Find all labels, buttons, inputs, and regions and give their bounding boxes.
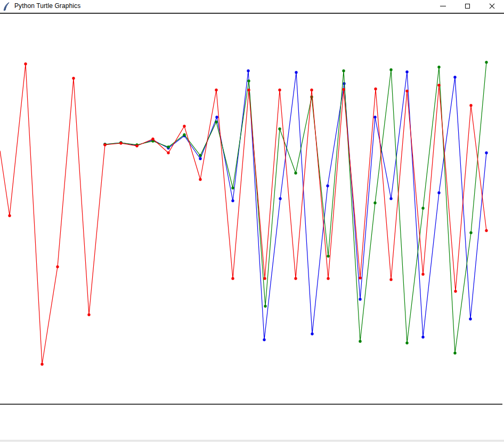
green-series-point (183, 133, 185, 136)
red-series-point (421, 273, 424, 275)
red-series-point (294, 277, 297, 280)
red-series-point (151, 137, 154, 140)
red-series-point (40, 363, 43, 365)
green-series-point (453, 351, 456, 354)
line-chart (0, 14, 504, 442)
blue-series-point (453, 76, 456, 78)
blue-series-point (247, 69, 249, 72)
red-series-point (87, 313, 90, 316)
green-series-point (373, 201, 376, 204)
blue-series-point (326, 184, 329, 187)
green-series-point (199, 154, 201, 157)
close-button[interactable] (479, 0, 504, 12)
blue-series-point (295, 71, 297, 73)
red-series-point (167, 151, 169, 154)
blue-series-point (263, 338, 265, 341)
red-series-point (103, 143, 106, 146)
blue-series-point (311, 332, 313, 335)
window-title: Python Turtle Graphics (14, 2, 80, 10)
red-series-point (469, 104, 472, 107)
green-series-point (215, 120, 217, 123)
red-series-point (278, 88, 281, 91)
green-series-point (247, 79, 250, 82)
green-series-point (405, 341, 408, 344)
blue-series-point (405, 70, 408, 73)
blue-series-point (389, 197, 392, 200)
red-series-point (454, 290, 457, 292)
red-series-point (405, 89, 408, 92)
minimize-button[interactable] (430, 0, 455, 12)
red-series-point (374, 87, 377, 90)
red-series-point (247, 88, 250, 91)
red-series-point (135, 144, 138, 147)
close-icon (489, 3, 495, 9)
red-series-point (359, 276, 361, 279)
red-series-point (327, 277, 329, 280)
window-bottom-edge (0, 440, 504, 442)
red-series-point (310, 88, 313, 91)
red-series-point (119, 142, 122, 144)
red-series-point (485, 229, 487, 232)
blue-series-point (485, 151, 487, 154)
red-series-point (8, 214, 11, 217)
red-series-point (199, 178, 201, 181)
blue-series-point (437, 191, 440, 194)
maximize-icon (465, 4, 470, 9)
green-series-point (485, 61, 487, 63)
blue-series-point (421, 335, 424, 338)
maximize-button[interactable] (455, 0, 479, 12)
red-series-point (72, 77, 75, 79)
green-series-point (294, 171, 297, 174)
green-series-point (342, 69, 345, 72)
green-series-point (167, 145, 169, 148)
green-series-point (389, 68, 392, 71)
turtle-canvas (0, 14, 504, 440)
window-controls (430, 0, 504, 12)
title-bar: Python Turtle Graphics (0, 0, 504, 12)
blue-series-point (231, 199, 234, 202)
blue-series-point (279, 197, 281, 200)
blue-series-point (469, 317, 472, 320)
green-series-point (231, 186, 234, 189)
red-series-point (215, 88, 217, 91)
green-series-point (421, 207, 424, 209)
red-series-point (24, 62, 27, 65)
red-series-point (183, 125, 185, 127)
red-series-point (263, 277, 266, 280)
blue-series-point (359, 298, 361, 300)
tk-feather-icon (3, 2, 10, 11)
green-series-point (327, 255, 329, 257)
green-series-point (264, 305, 266, 307)
green-series-point (278, 127, 281, 130)
green-series-point (359, 340, 361, 342)
blue-series-line (105, 71, 486, 340)
green-series-point (469, 231, 472, 234)
red-series-point (231, 277, 234, 280)
red-series-point (342, 88, 345, 91)
blue-series-point (215, 116, 218, 118)
red-series-line (0, 64, 486, 364)
python-turtle-graphics-window: { "window": { "title": "Python Turtle Gr… (0, 0, 504, 442)
minimize-icon (440, 6, 446, 6)
blue-series-point (373, 116, 376, 118)
red-series-point (389, 278, 392, 281)
red-series-point (56, 265, 59, 268)
blue-series-point (199, 157, 201, 160)
canvas-top-border (0, 13, 504, 14)
green-series-point (437, 66, 440, 68)
red-series-point (437, 84, 440, 86)
green-series-line (105, 62, 486, 353)
